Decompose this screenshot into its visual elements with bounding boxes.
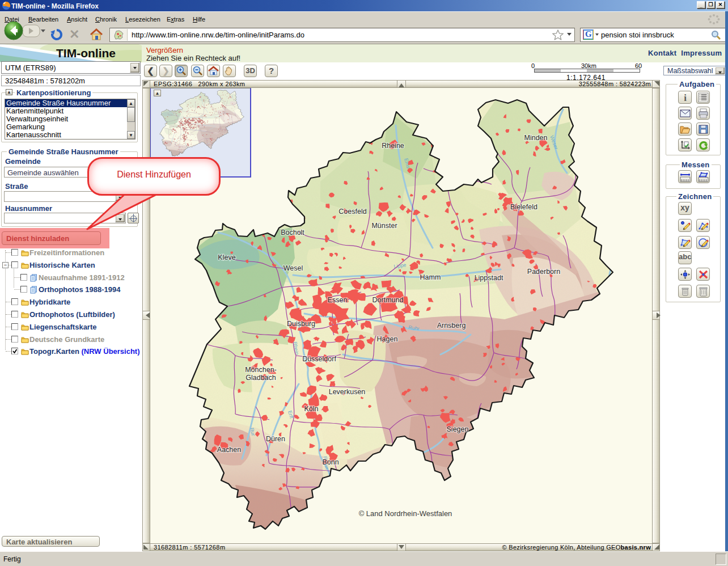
svg-text:Hagen: Hagen bbox=[377, 335, 398, 343]
svg-text:Essen: Essen bbox=[328, 296, 348, 304]
svg-text:© Land Nordrhein-Westfalen: © Land Nordrhein-Westfalen bbox=[359, 509, 452, 518]
svg-text:Bocholt: Bocholt bbox=[281, 229, 304, 236]
svg-text:Bonn: Bonn bbox=[322, 458, 338, 466]
svg-text:Rheine: Rheine bbox=[382, 142, 404, 150]
svg-text:Hamm: Hamm bbox=[420, 273, 441, 281]
svg-text:i: i bbox=[684, 92, 687, 103]
svg-text:Kleve: Kleve bbox=[218, 254, 235, 261]
svg-text:Dortmund: Dortmund bbox=[373, 296, 404, 304]
svg-text:Düren: Düren bbox=[266, 435, 285, 443]
svg-text:Paderborn: Paderborn bbox=[527, 268, 560, 276]
svg-text:Gladbach: Gladbach bbox=[246, 374, 276, 382]
svg-text:Köln: Köln bbox=[304, 405, 318, 413]
svg-text:Leverkusen: Leverkusen bbox=[329, 388, 366, 396]
svg-text:Wesel: Wesel bbox=[283, 264, 303, 272]
svg-text:Coesfeld: Coesfeld bbox=[338, 208, 366, 216]
svg-text:Mönchen-: Mönchen- bbox=[245, 366, 277, 374]
svg-text:Arnsberg: Arnsberg bbox=[437, 322, 466, 330]
svg-text:Lippstadt: Lippstadt bbox=[475, 274, 503, 282]
svg-text:Siegen: Siegen bbox=[447, 425, 469, 433]
svg-text:Münster: Münster bbox=[371, 222, 397, 230]
svg-text:Bielefeld: Bielefeld bbox=[510, 203, 537, 211]
svg-text:Aachen: Aachen bbox=[217, 446, 241, 454]
svg-text:Düsseldorf: Düsseldorf bbox=[302, 355, 336, 363]
svg-text:Minden: Minden bbox=[524, 134, 548, 142]
svg-text:Duisburg: Duisburg bbox=[287, 320, 315, 328]
